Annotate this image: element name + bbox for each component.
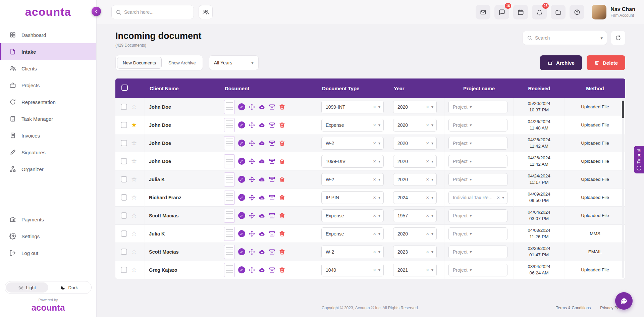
chevron-down-icon[interactable]: ▾	[378, 123, 380, 127]
year-select[interactable]: 2020 × ▾	[393, 155, 437, 168]
clear-icon[interactable]: ×	[373, 141, 376, 146]
chevron-down-icon[interactable]: ▾	[470, 250, 472, 254]
sidebar-item-settings[interactable]: Settings	[0, 228, 96, 245]
archive-icon[interactable]	[269, 122, 275, 128]
trash-icon[interactable]	[279, 122, 285, 128]
tab-show-archive[interactable]: Show Archive	[163, 57, 201, 69]
clear-icon[interactable]: ×	[426, 122, 429, 127]
chevron-down-icon[interactable]: ▾	[470, 268, 472, 272]
document-type-select[interactable]: W-2 × ▾	[321, 173, 384, 186]
clear-icon[interactable]: ×	[373, 104, 376, 109]
document-type-select[interactable]: 1099-INT × ▾	[321, 101, 384, 113]
document-type-select[interactable]: Expense × ▾	[321, 227, 384, 240]
cloud-download-icon[interactable]	[259, 140, 265, 147]
clear-icon[interactable]: ×	[373, 213, 376, 218]
year-select[interactable]: 2020 × ▾	[393, 173, 437, 186]
archive-icon[interactable]	[269, 140, 275, 147]
trash-icon[interactable]	[279, 212, 285, 219]
refresh-button[interactable]	[611, 31, 625, 45]
chevron-down-icon[interactable]: ▾	[470, 159, 472, 164]
star-icon[interactable]: ☆	[131, 158, 137, 164]
document-thumbnail[interactable]	[224, 263, 235, 277]
theme-toggle[interactable]: Light Dark	[5, 281, 92, 294]
clear-icon[interactable]: ×	[426, 267, 429, 272]
row-checkbox[interactable]	[121, 104, 127, 110]
chevron-down-icon[interactable]: ▾	[378, 159, 380, 164]
year-select[interactable]: 2020 × ▾	[393, 119, 437, 131]
chevron-down-icon[interactable]: ▾	[431, 250, 433, 254]
chevron-down-icon[interactable]: ▾	[431, 123, 433, 127]
cloud-download-icon[interactable]	[259, 267, 265, 273]
archive-icon[interactable]	[269, 230, 275, 237]
document-thumbnail[interactable]	[224, 209, 235, 223]
edit-icon[interactable]	[238, 103, 245, 110]
cloud-download-icon[interactable]	[259, 122, 265, 128]
project-select[interactable]: Project × ▾	[448, 264, 507, 276]
row-checkbox[interactable]	[121, 249, 127, 255]
document-type-select[interactable]: Expense × ▾	[321, 119, 384, 131]
clear-icon[interactable]: ×	[426, 104, 429, 109]
chevron-down-icon[interactable]: ▾	[431, 213, 433, 218]
year-select[interactable]: 2020 × ▾	[393, 101, 437, 113]
delete-button[interactable]: Delete	[587, 55, 625, 70]
row-checkbox[interactable]	[121, 176, 127, 182]
edit-icon[interactable]	[238, 230, 245, 237]
cloud-download-icon[interactable]	[259, 104, 265, 110]
chevron-down-icon[interactable]: ▾	[470, 141, 472, 146]
tab-new-documents[interactable]: New Documents	[117, 57, 162, 69]
edit-icon[interactable]	[238, 194, 245, 201]
chat-fab-button[interactable]	[615, 292, 633, 310]
trash-icon[interactable]	[279, 194, 285, 201]
document-thumbnail[interactable]	[224, 191, 235, 205]
clear-icon[interactable]: ×	[373, 122, 376, 127]
chevron-down-icon[interactable]: ▾	[378, 213, 380, 218]
project-select[interactable]: Project × ▾	[448, 101, 507, 113]
sidebar-collapse-button[interactable]	[92, 7, 101, 16]
global-search-input[interactable]	[124, 9, 190, 15]
row-checkbox[interactable]	[121, 122, 127, 128]
row-checkbox[interactable]	[121, 212, 127, 219]
scrollbar-thumb[interactable]	[622, 101, 624, 118]
edit-icon[interactable]	[238, 158, 245, 165]
sidebar-item-task-manager[interactable]: Task Manager	[0, 110, 96, 127]
mail-button[interactable]	[476, 5, 490, 19]
sidebar-item-invoices[interactable]: Invoices	[0, 127, 96, 144]
move-icon[interactable]	[249, 104, 255, 110]
edit-icon[interactable]	[238, 248, 245, 255]
clear-icon[interactable]: ×	[373, 195, 376, 200]
move-icon[interactable]	[249, 267, 255, 273]
move-icon[interactable]	[249, 249, 255, 255]
clear-icon[interactable]: ×	[426, 159, 429, 164]
clear-icon[interactable]: ×	[426, 231, 429, 236]
chevron-down-icon[interactable]: ▾	[502, 195, 504, 200]
trash-icon[interactable]	[279, 140, 285, 147]
year-select[interactable]: 2021 × ▾	[393, 264, 437, 276]
document-type-select[interactable]: W-2 × ▾	[321, 246, 384, 258]
files-button[interactable]	[551, 5, 566, 19]
sidebar-item-clients[interactable]: Clients	[0, 60, 96, 77]
chevron-down-icon[interactable]: ▾	[378, 195, 380, 200]
sidebar-item-projects[interactable]: Projects	[0, 77, 96, 94]
chevron-down-icon[interactable]: ▾	[431, 231, 433, 236]
clear-icon[interactable]: ×	[426, 213, 429, 218]
document-type-select[interactable]: 1040 × ▾	[321, 264, 384, 276]
chevron-down-icon[interactable]: ▾	[470, 177, 472, 182]
sidebar-item-intake[interactable]: Intake	[0, 43, 96, 60]
edit-icon[interactable]	[238, 176, 245, 183]
archive-icon[interactable]	[269, 267, 275, 273]
year-filter-select[interactable]: All Years ▾	[209, 55, 259, 70]
clear-icon[interactable]: ×	[373, 231, 376, 236]
chevron-down-icon[interactable]: ▾	[431, 268, 433, 272]
star-icon[interactable]: ☆	[131, 267, 137, 273]
clear-icon[interactable]: ×	[426, 195, 429, 200]
project-select[interactable]: Project × ▾	[448, 155, 507, 168]
chevron-down-icon[interactable]: ▾	[470, 105, 472, 109]
move-icon[interactable]	[249, 230, 255, 237]
clear-icon[interactable]: ×	[426, 249, 429, 254]
chevron-down-icon[interactable]: ▾	[378, 268, 380, 272]
chevron-down-icon[interactable]: ▾	[431, 105, 433, 109]
star-icon[interactable]: ☆	[131, 176, 137, 182]
archive-icon[interactable]	[269, 104, 275, 110]
sidebar-item-representation[interactable]: Representation	[0, 94, 96, 110]
archive-icon[interactable]	[269, 249, 275, 255]
